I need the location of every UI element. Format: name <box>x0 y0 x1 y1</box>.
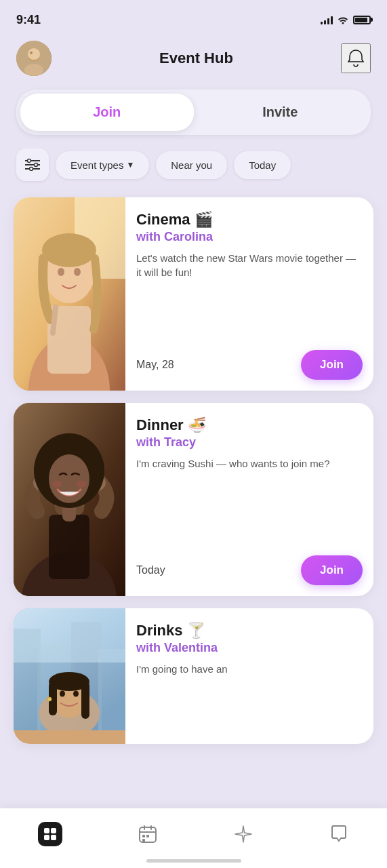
status-time: 9:41 <box>16 13 41 27</box>
svg-point-26 <box>52 481 62 488</box>
event-types-filter[interactable]: Event types ▼ <box>56 151 149 179</box>
svg-rect-22 <box>49 515 89 579</box>
event-image-drinks <box>14 608 125 744</box>
event-card-cinema: Cinema 🎬 with Carolina Let's watch the n… <box>14 197 373 391</box>
svg-rect-33 <box>14 608 125 663</box>
event-desc-drinks: I'm going to have an <box>136 662 363 733</box>
event-card-dinner: Dinner 🍜 with Tracy I'm craving Sushi — … <box>14 403 373 596</box>
svg-point-16 <box>58 268 64 276</box>
svg-rect-44 <box>44 835 49 840</box>
event-desc-cinema: Let's watch the new Star Wars movie toge… <box>136 251 363 340</box>
svg-rect-52 <box>142 839 145 842</box>
filter-settings-button[interactable] <box>16 149 49 181</box>
join-button-dinner[interactable]: Join <box>301 555 363 585</box>
home-indicator <box>146 859 241 863</box>
calendar-icon <box>138 824 158 844</box>
event-card-drinks: Drinks 🍸 with Valentina I'm going to hav… <box>14 608 373 744</box>
event-host-cinema: with Carolina <box>136 230 363 244</box>
near-you-filter[interactable]: Near you <box>156 151 227 179</box>
dropdown-arrow-icon: ▼ <box>126 160 134 170</box>
event-host-dinner: with Tracy <box>136 435 363 450</box>
chat-icon <box>329 824 349 844</box>
filter-row: Event types ▼ Near you Today <box>0 149 387 197</box>
svg-point-8 <box>35 163 38 167</box>
event-title-dinner: Dinner 🍜 <box>136 416 363 434</box>
event-image-dinner <box>14 403 125 596</box>
event-image-cinema <box>14 197 125 391</box>
svg-rect-43 <box>51 828 56 833</box>
svg-rect-45 <box>51 835 56 840</box>
svg-point-27 <box>77 481 86 488</box>
signal-bars-icon <box>321 15 333 24</box>
app-header: Event Hub <box>0 35 387 87</box>
svg-rect-38 <box>81 682 89 719</box>
nav-home[interactable] <box>24 819 76 849</box>
event-title-cinema: Cinema 🎬 <box>136 211 363 229</box>
svg-point-7 <box>28 159 31 163</box>
status-icons <box>321 15 371 24</box>
sparkle-icon <box>233 824 253 844</box>
events-list: Cinema 🎬 with Carolina Let's watch the n… <box>0 197 387 744</box>
svg-point-3 <box>30 52 33 54</box>
tab-toggle: Join Invite <box>16 90 371 135</box>
svg-point-17 <box>74 268 81 276</box>
event-content-dinner: Dinner 🍜 with Tracy I'm craving Sushi — … <box>125 403 373 596</box>
event-title-drinks: Drinks 🍸 <box>136 622 363 639</box>
nav-calendar[interactable] <box>124 821 171 847</box>
event-content-drinks: Drinks 🍸 with Valentina I'm going to hav… <box>125 608 373 744</box>
wifi-icon <box>337 15 349 24</box>
event-date-cinema: May, 28 <box>136 359 174 371</box>
tab-join[interactable]: Join <box>20 94 194 131</box>
nav-sparkle[interactable] <box>220 821 267 847</box>
event-date-dinner: Today <box>136 564 165 576</box>
svg-rect-50 <box>142 835 145 837</box>
svg-point-41 <box>47 697 52 701</box>
event-footer-cinema: May, 28 Join <box>136 350 363 380</box>
notifications-button[interactable] <box>341 43 371 73</box>
svg-rect-42 <box>44 828 49 833</box>
home-icon <box>43 827 58 842</box>
user-avatar[interactable] <box>16 41 52 76</box>
svg-point-9 <box>30 167 33 171</box>
join-button-cinema[interactable]: Join <box>301 350 363 380</box>
svg-rect-51 <box>146 835 149 837</box>
svg-point-39 <box>60 691 65 697</box>
event-desc-dinner: I'm craving Sushi — who wants to join me… <box>136 456 363 546</box>
event-host-drinks: with Valentina <box>136 641 363 655</box>
event-footer-dinner: Today Join <box>136 555 363 585</box>
svg-point-40 <box>73 691 79 697</box>
bell-icon <box>346 48 366 68</box>
page-title: Event Hub <box>159 50 233 67</box>
event-content-cinema: Cinema 🎬 with Carolina Let's watch the n… <box>125 197 373 391</box>
tab-invite[interactable]: Invite <box>194 94 367 131</box>
battery-icon <box>353 16 371 24</box>
status-bar: 9:41 <box>0 0 387 35</box>
sliders-icon <box>25 159 40 171</box>
today-filter[interactable]: Today <box>234 151 291 179</box>
nav-chat[interactable] <box>315 821 363 847</box>
